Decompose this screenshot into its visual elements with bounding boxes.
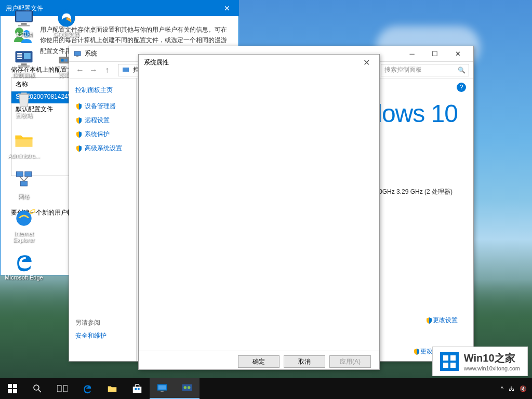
desktop-label: 回收站 [16,112,33,119]
svg-rect-48 [443,355,448,361]
taskbar-edge[interactable] [75,378,100,399]
desktop-icon-pc[interactable]: 此电脑 [4,4,44,41]
props-ok-button[interactable]: 确定 [238,355,280,368]
shield-icon [413,348,420,355]
desktop-icon-ie[interactable]: Internet Explorer [4,207,44,243]
desktop-label: 控制面板 [12,71,35,79]
props-cancel-button[interactable]: 取消 [284,355,325,368]
monitor-icon [122,66,130,74]
svg-rect-32 [8,389,12,393]
taskbar-system[interactable] [150,378,175,399]
svg-rect-13 [16,171,23,176]
svg-rect-47 [440,352,459,371]
desktop-icons-col1: 此电脑 控制面板 回收站 Administra... 网络 Internet E… [4,4,44,284]
svg-rect-26 [76,56,78,57]
system-icon [73,50,82,58]
svg-point-19 [29,209,35,214]
taskbar-app[interactable] [175,378,200,399]
svg-rect-8 [24,53,31,59]
link-protection[interactable]: 系统保护 [75,130,130,139]
props-title-text: 系统属性 [144,58,169,67]
desktop-icon-cp[interactable]: 控制面板 [4,45,44,81]
svg-rect-9 [21,63,27,65]
sidebar-header: 控制面板主页 [75,86,130,95]
link-security[interactable]: 安全和维护 [75,331,107,340]
desktop-label: 网络 [18,193,30,201]
desktop-label: QQ浏览器 [54,31,79,38]
maximize-button[interactable]: ☐ [423,47,446,61]
svg-rect-3 [18,24,30,26]
nav-forward[interactable]: → [87,63,100,77]
shield-icon [75,117,83,124]
minimize-button[interactable]: ─ [401,47,423,61]
tray-chevron-icon[interactable]: ^ [501,385,503,392]
svg-line-35 [38,390,41,392]
taskbar-explorer[interactable] [100,378,125,399]
svg-rect-39 [135,388,137,390]
svg-rect-1 [16,11,31,21]
desktop-icon-admin[interactable]: Administra... [4,126,44,162]
desktop-label: Microsoft Edge [5,274,43,281]
system-tray[interactable]: ^ 🖧 🔇 [496,385,532,392]
svg-point-34 [34,385,39,390]
start-button[interactable] [0,378,25,399]
svg-rect-14 [25,171,32,176]
svg-rect-25 [74,51,81,56]
svg-rect-5 [17,53,22,55]
search-input[interactable]: 搜索控制面板 🔍 [381,64,469,76]
system-properties-window: 系统属性 ✕ 确定 取消 应用(A) [138,54,380,370]
task-view-button[interactable] [50,378,75,399]
watermark: Win10之家 www.win10xitong.com [432,347,528,376]
watermark-url: www.win10xitong.com [464,365,520,371]
nav-back[interactable]: ← [73,63,87,77]
svg-rect-31 [13,384,17,388]
shield-icon [75,103,83,110]
link-device-manager[interactable]: 设备管理器 [75,102,130,111]
svg-rect-38 [133,387,142,393]
svg-rect-37 [63,385,68,392]
desktop-icon-edge[interactable]: Microsoft Edge [4,247,44,284]
tray-network-icon[interactable]: 🖧 [509,385,514,392]
link-change-settings[interactable]: 更改设置 [425,316,458,325]
svg-rect-33 [13,389,17,393]
link-remote[interactable]: 远程设置 [75,116,130,125]
close-button[interactable]: ✕ [446,47,469,61]
watermark-logo-icon [440,352,459,371]
nav-up[interactable]: ↑ [100,63,114,77]
svg-rect-30 [8,384,12,388]
props-apply-button[interactable]: 应用(A) [329,355,371,368]
svg-rect-36 [57,385,61,392]
svg-rect-42 [158,385,166,390]
svg-line-17 [24,176,28,181]
desktop-icon-network[interactable]: 网络 [4,166,44,203]
svg-rect-7 [17,58,22,59]
svg-rect-6 [17,55,22,57]
props-titlebar[interactable]: 系统属性 ✕ [139,55,379,70]
shield-icon [75,131,83,138]
search-icon: 🔍 [458,66,466,74]
search-button[interactable] [25,378,50,399]
svg-rect-23 [64,59,67,62]
svg-rect-15 [21,181,28,185]
svg-point-46 [188,386,191,389]
desktop-label: 此电脑 [16,31,33,38]
svg-line-16 [20,176,24,181]
system-sidebar: 控制面板主页 设备管理器 远程设置 系统保护 高级系统设置 另请参阅 安全和维护 [69,78,137,361]
svg-point-45 [184,386,187,389]
shield-icon [75,145,83,152]
taskbar-store[interactable] [125,378,150,399]
tray-volume-icon[interactable]: 🔇 [520,385,527,392]
userprofiles-close-button[interactable]: ✕ [221,4,233,12]
props-close-button[interactable]: ✕ [358,58,374,68]
also-see-label: 另请参阅 [75,318,107,327]
svg-rect-49 [450,355,456,361]
desktop-icon-qq[interactable]: QQ浏览器 [47,4,86,41]
windows10-logo: dows 10 [368,99,458,128]
link-advanced[interactable]: 高级系统设置 [75,144,130,153]
svg-rect-27 [123,68,129,72]
taskbar[interactable]: ^ 🖧 🔇 [0,378,532,399]
svg-rect-22 [61,59,64,62]
desktop-icon-recycle[interactable]: 回收站 [4,85,44,122]
svg-rect-40 [138,388,140,390]
svg-rect-51 [450,363,456,368]
